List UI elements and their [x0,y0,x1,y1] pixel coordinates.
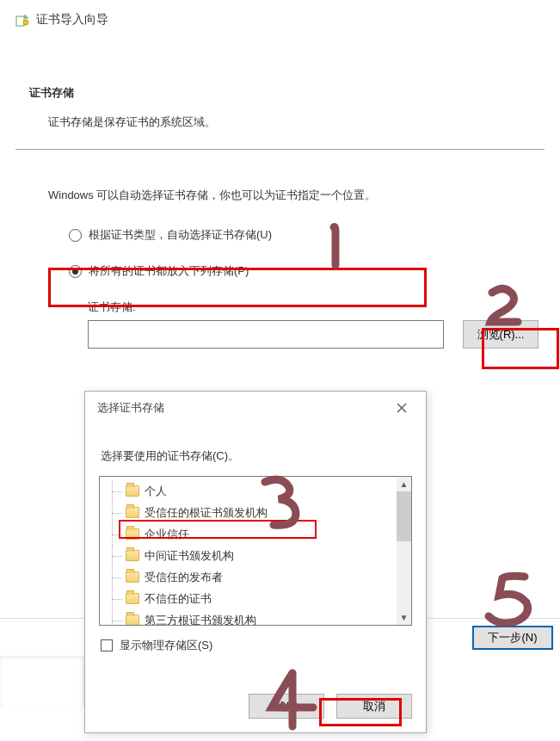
scroll-down-icon[interactable]: ▼ [397,610,411,625]
dialog-prompt: 选择要使用的证书存储(C)。 [85,424,426,476]
folder-icon [126,571,139,583]
body-text: Windows 可以自动选择证书存储，你也可以为证书指定一个位置。 [0,150,560,224]
radio-auto-select[interactable]: 根据证书类型，自动选择证书存储(U) [69,224,560,246]
folder-icon [126,528,139,540]
cert-store-tree[interactable]: 个人 受信任的根证书颁发机构 企业信任 中间证书颁发机构 受信任的发布者 [99,476,412,626]
show-physical-label: 显示物理存储区(S) [120,638,212,653]
scroll-up-icon[interactable]: ▲ [397,477,411,491]
tree-item-third-party-root-ca[interactable]: 第三方根证书颁发机构 [105,609,397,626]
scroll-track[interactable] [397,541,411,610]
show-physical-checkbox[interactable]: 显示物理存储区(S) [85,626,426,653]
tree-item-label: 不信任的证书 [145,591,212,607]
scroll-thumb[interactable] [397,491,411,541]
radio-icon [69,265,82,278]
close-icon[interactable] [386,398,417,417]
radio-icon [69,229,82,242]
wizard-title: 证书导入向导 [36,12,108,28]
radio-place-label: 将所有的证书都放入下列存储(P) [89,263,249,279]
radio-place-all[interactable]: 将所有的证书都放入下列存储(P) [69,260,560,282]
browse-button[interactable]: 浏览(R)... [463,320,538,349]
tree-item-label: 受信任的发布者 [145,570,223,585]
tree-item-label: 个人 [145,484,167,499]
cancel-button[interactable]: 取消 [336,694,412,719]
select-cert-store-dialog: 选择证书存储 选择要使用的证书存储(C)。 个人 受信任的根证书颁发机构 企业信… [84,391,427,733]
tree-item-trusted-root-ca[interactable]: 受信任的根证书颁发机构 [105,502,397,523]
tree-item-label: 第三方根证书颁发机构 [145,613,256,627]
radio-auto-label: 根据证书类型，自动选择证书存储(U) [89,227,272,243]
checkbox-icon [101,639,113,651]
certificate-wizard-icon [15,13,29,27]
tree-item-label: 企业信任 [145,527,189,542]
ok-button[interactable]: 确定 [249,694,324,719]
tree-item-intermediate-ca[interactable]: 中间证书颁发机构 [105,545,397,566]
tree-item-trusted-publishers[interactable]: 受信任的发布者 [105,566,397,588]
folder-icon [126,593,139,604]
tree-item-label: 中间证书颁发机构 [145,548,234,564]
next-button[interactable]: 下一步(N) [472,626,553,650]
tree-item-personal[interactable]: 个人 [105,480,397,502]
folder-icon [126,614,139,626]
folder-icon [126,550,139,561]
dialog-title: 选择证书存储 [97,400,164,416]
folder-icon [126,485,139,497]
section-heading: 证书存储 [0,42,560,101]
section-helper: 证书存储是保存证书的系统区域。 [0,101,560,149]
background-fragment [0,656,84,707]
svg-point-1 [23,20,28,25]
svg-rect-0 [16,16,24,26]
cert-store-input[interactable] [88,320,444,349]
tree-item-enterprise-trust[interactable]: 企业信任 [105,523,397,545]
folder-icon [126,507,139,518]
store-label: 证书存储: [0,282,560,320]
tree-item-untrusted[interactable]: 不信任的证书 [105,588,397,609]
tree-item-label: 受信任的根证书颁发机构 [145,505,268,521]
tree-scrollbar[interactable]: ▲ ▼ [397,477,411,625]
